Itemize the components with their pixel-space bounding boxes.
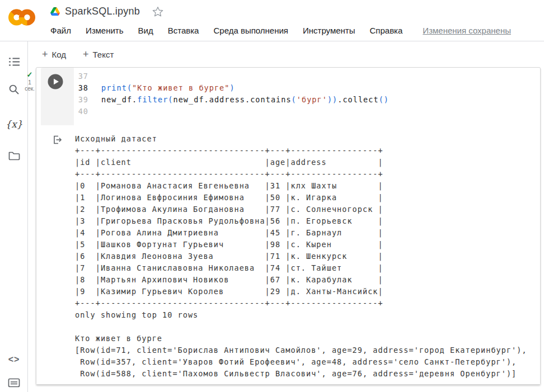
google-drive-icon [50,7,60,16]
left-sidebar: {x} <> [0,41,28,392]
code-snippets-icon[interactable]: <> [0,355,28,365]
code-editor[interactable]: 3738print("Кто живет в бурге")39new_df.f… [74,70,538,117]
plus-icon: + [83,49,89,59]
code-cell: 3738print("Кто живет в бурге")39new_df.f… [36,67,541,385]
save-status-link[interactable]: Изменения сохранены [423,26,511,35]
menu-file[interactable]: Файл [50,26,71,35]
menu-tools[interactable]: Инструменты [303,26,355,35]
colab-logo-icon[interactable] [8,7,35,27]
execution-indicator: ✓ 1 сек. [22,72,37,92]
code-line[interactable]: 40 [74,106,538,117]
check-icon: ✓ [22,72,37,78]
colab-app: SparkSQL.ipynb Файл Изменить Вид Вставка… [0,0,544,392]
menu-runtime[interactable]: Среда выполнения [213,26,288,35]
code-line[interactable]: 37 [74,70,538,82]
code-lines: 3738print("Кто живет в бурге")39new_df.f… [74,70,538,117]
variables-icon[interactable]: {x} [0,119,28,130]
line-number: 38 [74,82,88,94]
cell-output: Исходный датасет +---+------------------… [36,125,540,384]
cell-toolbar: + Код + Текст [28,41,544,67]
cell-gutter [41,68,74,125]
plus-icon: + [42,49,48,59]
output-text: Исходный датасет +---+------------------… [75,133,527,380]
run-cell-button[interactable] [48,74,63,89]
add-text-button[interactable]: + Текст [83,49,114,59]
files-icon[interactable] [0,151,28,160]
star-icon[interactable] [152,6,163,17]
menu-view[interactable]: Вид [138,26,153,35]
code-line[interactable]: 38print("Кто живет в бурге") [74,82,538,94]
add-code-button[interactable]: + Код [42,49,66,59]
menu-bar: Файл Изменить Вид Вставка Среда выполнен… [50,26,511,35]
execution-unit: сек. [22,86,37,92]
line-number: 37 [74,70,88,82]
add-text-label: Текст [93,50,114,59]
table-of-contents-icon[interactable] [0,57,28,67]
menu-edit[interactable]: Изменить [86,26,124,35]
menu-help[interactable]: Справка [370,26,403,35]
code-line[interactable]: 39new_df.filter(new_df.address.contains(… [74,94,538,106]
code-text: print("Кто живет в бурге") [101,82,235,94]
notebook-title[interactable]: SparkSQL.ipynb [65,6,140,17]
add-code-label: Код [52,50,67,59]
cell-output-icon [53,135,63,145]
execution-count: 1 [22,79,37,86]
line-number: 40 [74,106,88,117]
line-number: 39 [74,94,88,106]
code-text: new_df.filter(new_df.address.contains('б… [101,94,389,106]
header: SparkSQL.ipynb Файл Изменить Вид Вставка… [0,0,544,41]
terminal-icon[interactable] [0,378,28,388]
menu-insert[interactable]: Вставка [168,26,199,35]
